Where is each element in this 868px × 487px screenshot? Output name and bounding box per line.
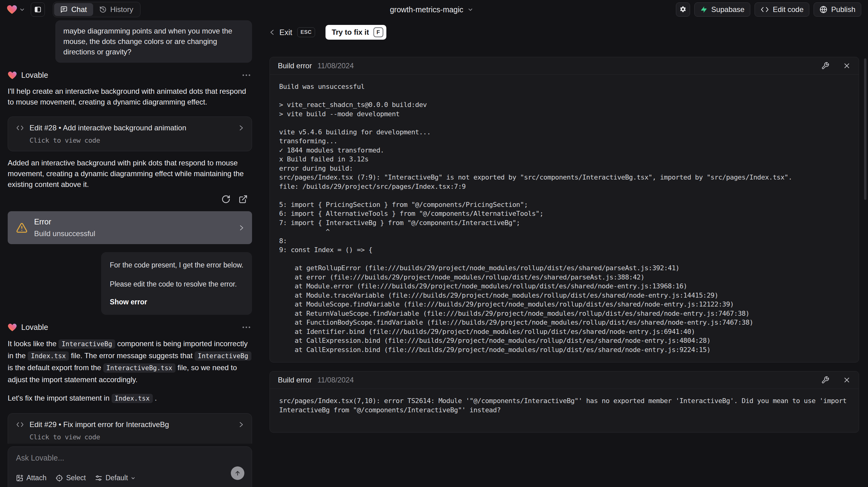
message-actions bbox=[8, 194, 252, 204]
tab-chat-label: Chat bbox=[71, 5, 87, 14]
close-icon[interactable] bbox=[843, 62, 851, 70]
project-title: growth-metrics-magic bbox=[390, 5, 463, 14]
supabase-label: Supabase bbox=[711, 5, 744, 14]
assistant-message: It looks like the InteractiveBg componen… bbox=[8, 338, 252, 385]
fix-button-label: Try to fix it bbox=[332, 28, 369, 37]
system-message-bubble: For the code present, I get the error be… bbox=[101, 252, 252, 315]
settings-button[interactable] bbox=[676, 2, 690, 17]
header-actions: Supabase Edit code Publish bbox=[676, 2, 861, 17]
send-button[interactable] bbox=[231, 466, 244, 480]
target-icon bbox=[56, 475, 63, 482]
attach-label: Attach bbox=[26, 474, 46, 482]
chevron-left-icon bbox=[270, 29, 275, 36]
assistant-header: Lovable bbox=[8, 323, 252, 332]
error-toolbar: Exit ESC Try to fix it F bbox=[270, 25, 859, 40]
edit-code-button[interactable]: Edit code bbox=[754, 2, 809, 17]
arrow-up-icon bbox=[234, 470, 241, 477]
system-line: For the code present, I get the error be… bbox=[110, 260, 243, 270]
build-log: Build was unsuccessful > vite_react_shad… bbox=[270, 75, 859, 362]
error-card-title: Error bbox=[34, 217, 95, 226]
supabase-button[interactable]: Supabase bbox=[694, 2, 750, 17]
show-error-link[interactable]: Show error bbox=[110, 297, 243, 307]
chevron-right-icon bbox=[239, 124, 244, 131]
more-options-icon[interactable] bbox=[243, 327, 252, 328]
attach-button[interactable]: Attach bbox=[16, 474, 46, 482]
build-log: src/pages/Index.tsx(7,10): error TS2614:… bbox=[270, 389, 859, 432]
assistant-message: Let's fix the import statement in Index.… bbox=[8, 393, 252, 404]
chat-bubble-icon bbox=[60, 6, 68, 13]
main-area: maybe diagramming points and when you mo… bbox=[0, 19, 868, 487]
panel-header: Build error 11/08/2024 bbox=[270, 371, 859, 389]
mode-label: Default bbox=[105, 474, 128, 482]
build-error-panel: Build error 11/08/2024 Build was unsucce… bbox=[270, 57, 859, 363]
exit-button[interactable]: Exit ESC bbox=[270, 27, 315, 37]
gear-icon bbox=[679, 5, 687, 13]
assistant-message: Added an interactive background with pin… bbox=[8, 157, 252, 190]
history-icon bbox=[99, 6, 107, 13]
external-link-icon[interactable] bbox=[239, 194, 248, 204]
build-error-panel: Build error 11/08/2024 src/pages/Index.t… bbox=[270, 371, 859, 433]
assistant-name: Lovable bbox=[21, 71, 48, 80]
edit-28-card[interactable]: Edit #28 • Add interactive background an… bbox=[8, 117, 252, 151]
code-brackets-icon bbox=[16, 422, 24, 428]
error-card-subtitle: Build unsuccessful bbox=[34, 230, 95, 238]
image-plus-icon bbox=[16, 475, 23, 482]
lovable-logo-menu[interactable] bbox=[7, 5, 25, 14]
view-code-hint: Click to view code bbox=[30, 136, 244, 144]
code-brackets-icon bbox=[761, 6, 769, 13]
chat-input[interactable] bbox=[16, 454, 198, 466]
publish-button[interactable]: Publish bbox=[814, 2, 861, 17]
close-icon[interactable] bbox=[843, 376, 851, 384]
chat-input-toolbar: Attach Select Default bbox=[16, 474, 244, 482]
tab-history[interactable]: History bbox=[93, 3, 140, 16]
wrench-icon[interactable] bbox=[821, 376, 829, 384]
wrench-icon[interactable] bbox=[821, 62, 829, 70]
header-left: Chat History bbox=[7, 2, 141, 17]
system-line: Please edit the code to resolve the erro… bbox=[110, 279, 243, 289]
exit-label: Exit bbox=[279, 28, 292, 37]
panel-date: 11/08/2024 bbox=[317, 376, 354, 384]
lovable-logo-icon bbox=[7, 5, 17, 14]
select-label: Select bbox=[66, 474, 86, 482]
restore-icon[interactable] bbox=[221, 194, 230, 204]
tab-chat[interactable]: Chat bbox=[54, 3, 93, 16]
lovable-app: Chat History growth-metrics-magic bbox=[0, 0, 868, 487]
code-brackets-icon bbox=[16, 125, 24, 131]
supabase-icon bbox=[700, 5, 708, 13]
panel-title: Build error bbox=[278, 376, 312, 384]
edit-code-label: Edit code bbox=[773, 5, 803, 14]
chevron-right-icon bbox=[239, 224, 244, 232]
more-options-icon[interactable] bbox=[243, 74, 252, 76]
error-workspace: Exit ESC Try to fix it F Build error 11/… bbox=[257, 19, 868, 487]
sliders-icon bbox=[95, 475, 102, 482]
chat-input-dock: Attach Select Default bbox=[8, 444, 252, 487]
lovable-avatar-icon bbox=[8, 323, 17, 332]
try-to-fix-button[interactable]: Try to fix it F bbox=[326, 25, 386, 40]
build-error-card[interactable]: Error Build unsuccessful bbox=[8, 211, 252, 244]
edit-title: Edit #28 • Add interactive background an… bbox=[30, 124, 186, 132]
app-header: Chat History growth-metrics-magic bbox=[0, 0, 868, 19]
assistant-header: Lovable bbox=[8, 71, 252, 80]
panel-date: 11/08/2024 bbox=[317, 61, 354, 70]
sidebar-toggle-button[interactable] bbox=[31, 2, 45, 17]
assistant-message: I'll help create an interactive backgrou… bbox=[8, 86, 252, 107]
scrollbar[interactable] bbox=[864, 58, 866, 200]
edit-29-card[interactable]: Edit #29 • Fix import error for Interact… bbox=[8, 413, 252, 448]
chat-messages: maybe diagramming points and when you mo… bbox=[8, 19, 252, 487]
esc-key-badge: ESC bbox=[297, 27, 315, 37]
globe-icon bbox=[819, 5, 828, 13]
tab-history-label: History bbox=[110, 5, 133, 14]
warning-icon bbox=[16, 222, 28, 234]
panel-header: Build error 11/08/2024 bbox=[270, 57, 859, 75]
mode-select-button[interactable]: Default bbox=[95, 474, 135, 482]
chat-panel: maybe diagramming points and when you mo… bbox=[0, 19, 257, 487]
panel-title: Build error bbox=[278, 61, 312, 70]
chevron-down-icon bbox=[131, 477, 135, 480]
panel-left-icon bbox=[34, 6, 42, 13]
publish-label: Publish bbox=[831, 5, 856, 14]
chat-history-tabs: Chat History bbox=[53, 2, 141, 17]
chevron-right-icon bbox=[239, 421, 244, 428]
project-switcher[interactable]: growth-metrics-magic bbox=[390, 0, 473, 19]
select-button[interactable]: Select bbox=[56, 474, 86, 482]
chevron-down-icon bbox=[20, 8, 25, 11]
